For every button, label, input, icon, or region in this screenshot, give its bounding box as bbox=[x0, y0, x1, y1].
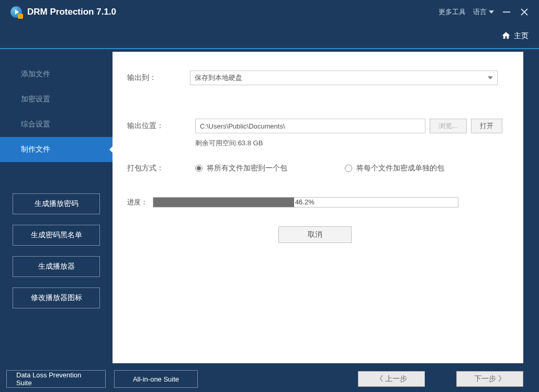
app-title: DRM Protection 7.1.0 bbox=[27, 7, 116, 17]
sidebar-item-add-files[interactable]: 添加文件 bbox=[0, 62, 113, 87]
next-step-button[interactable]: 下一步 》 bbox=[456, 371, 523, 387]
allinone-suite-button[interactable]: All-in-one Suite bbox=[114, 370, 198, 388]
progress-percent-text: 46.2% bbox=[295, 198, 315, 207]
language-dropdown[interactable]: 语言 bbox=[471, 6, 496, 18]
home-icon bbox=[501, 31, 511, 42]
app-logo-icon bbox=[10, 6, 22, 18]
open-button[interactable]: 打开 bbox=[471, 119, 502, 133]
home-label: 主页 bbox=[514, 31, 529, 41]
home-link[interactable]: 主页 bbox=[501, 31, 529, 42]
sidebar: 添加文件 加密设置 综合设置 制作文件 生成播放密码 生成密码黑名单 生成播放器… bbox=[0, 49, 113, 366]
sidebar-item-general-settings[interactable]: 综合设置 bbox=[0, 112, 113, 137]
gen-play-password-button[interactable]: 生成播放密码 bbox=[13, 193, 100, 214]
progress-fill bbox=[153, 198, 294, 207]
radio-icon bbox=[195, 165, 203, 172]
language-label: 语言 bbox=[473, 7, 487, 17]
content-panel: 输出到： 保存到本地硬盘 输出位置： C:\Users\Public\Docum… bbox=[113, 52, 523, 363]
footer: Data Loss Prevention Suite All-in-one Su… bbox=[0, 366, 539, 392]
headerbar: 主页 bbox=[0, 24, 539, 49]
chevron-down-icon bbox=[488, 76, 493, 79]
titlebar: DRM Protection 7.1.0 更多工具 语言 bbox=[0, 0, 539, 24]
pack-mode-all-radio[interactable]: 将所有文件加密到一个包 bbox=[195, 164, 287, 173]
output-to-value: 保存到本地硬盘 bbox=[195, 73, 242, 83]
chevron-down-icon bbox=[489, 10, 494, 14]
close-button[interactable] bbox=[517, 5, 532, 19]
sidebar-item-encrypt-settings[interactable]: 加密设置 bbox=[0, 87, 113, 112]
close-icon bbox=[521, 8, 528, 16]
output-path-input[interactable]: C:\Users\Public\Documents\ bbox=[195, 119, 425, 133]
cancel-button[interactable]: 取消 bbox=[278, 226, 352, 243]
pack-mode-each-radio[interactable]: 将每个文件加密成单独的包 bbox=[345, 164, 444, 173]
more-tools-link[interactable]: 更多工具 bbox=[436, 6, 468, 18]
browse-button[interactable]: 浏览... bbox=[430, 119, 467, 133]
output-to-label: 输出到： bbox=[127, 73, 190, 83]
minimize-icon bbox=[503, 11, 510, 13]
progress-label: 进度： bbox=[127, 198, 148, 207]
dlp-suite-button[interactable]: Data Loss Prevention Suite bbox=[6, 370, 106, 388]
pack-mode-label: 打包方式： bbox=[127, 164, 190, 173]
minimize-button[interactable] bbox=[499, 5, 514, 19]
output-to-select[interactable]: 保存到本地硬盘 bbox=[190, 71, 498, 85]
gen-password-blacklist-button[interactable]: 生成密码黑名单 bbox=[13, 225, 100, 246]
output-path-label: 输出位置： bbox=[127, 121, 190, 131]
modify-player-icon-button[interactable]: 修改播放器图标 bbox=[13, 287, 100, 308]
free-space-text: 剩余可用空间:63.8 GB bbox=[195, 139, 502, 148]
prev-step-button[interactable]: 《 上一步 bbox=[358, 371, 425, 387]
gen-player-button[interactable]: 生成播放器 bbox=[13, 256, 100, 277]
sidebar-item-make-file[interactable]: 制作文件 bbox=[0, 137, 113, 162]
radio-icon bbox=[345, 165, 352, 172]
progress-bar: 46.2% bbox=[153, 197, 458, 207]
